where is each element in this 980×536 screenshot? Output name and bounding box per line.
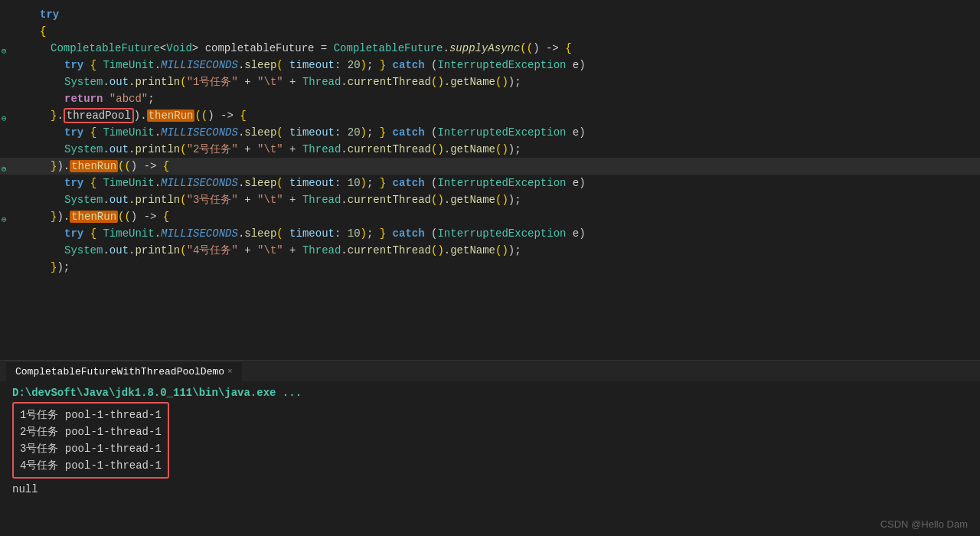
bottom-panel: CompletableFutureWithThreadPoolDemo × D:…: [0, 360, 980, 500]
method-thenrun-2: thenRun: [70, 160, 118, 172]
console-output-area: D:\devSoft\Java\jdk1.8.0_111\bin\java.ex…: [0, 382, 980, 500]
console-null-output: null: [12, 483, 968, 495]
console-path: D:\devSoft\Java\jdk1.8.0_111\bin\java.ex…: [12, 387, 968, 399]
code-line-12: System.out.println("3号任务" + "\t" + Threa…: [0, 191, 980, 208]
code-line-8: try { TimeUnit.MILLISECONDS.sleep( timeo…: [0, 124, 980, 141]
console-output-line-4: 4号任务 pool-1-thread-1: [20, 457, 162, 474]
code-line-1: try: [0, 6, 980, 23]
console-tab-bar: CompletableFutureWithThreadPoolDemo ×: [0, 361, 980, 382]
code-line-3: ⊖ CompletableFuture<Void> completableFut…: [0, 40, 980, 57]
keyword-catch-1: catch: [393, 59, 425, 71]
code-line-2: {: [0, 23, 980, 40]
code-line-9: System.out.println("2号任务" + "\t" + Threa…: [0, 141, 980, 158]
keyword-catch-4: catch: [393, 227, 425, 240]
console-tab-label: CompletableFutureWithThreadPoolDemo: [15, 366, 224, 377]
watermark: CSDN @Hello Dam: [880, 518, 968, 530]
code-line-7: ⊖ }.threadPool).thenRun(() -> {: [0, 107, 980, 124]
console-tab-close[interactable]: ×: [227, 367, 233, 376]
code-line-10: ⊖ }).thenRun(() -> {: [0, 158, 980, 175]
console-output-line-1: 1号任务 pool-1-thread-1: [20, 407, 162, 423]
code-line-13: ⊖ }).thenRun(() -> {: [0, 208, 980, 225]
keyword-try-1: try: [40, 8, 59, 21]
code-line-14: try { TimeUnit.MILLISECONDS.sleep( timeo…: [0, 225, 980, 242]
code-line-5: System.out.println("1号任务" + "\t" + Threa…: [0, 74, 980, 90]
method-thenrun-1: thenRun: [147, 109, 195, 122]
keyword-catch-2: catch: [393, 126, 425, 139]
code-line-4: try { TimeUnit.MILLISECONDS.sleep( timeo…: [0, 57, 980, 74]
console-output-line-2: 2号任务 pool-1-thread-1: [20, 423, 162, 440]
code-line-6: return "abcd";: [0, 90, 980, 107]
keyword-catch-3: catch: [393, 177, 425, 189]
console-tab[interactable]: CompletableFutureWithThreadPoolDemo ×: [6, 361, 242, 381]
console-output-box: 1号任务 pool-1-thread-1 2号任务 pool-1-thread-…: [12, 402, 169, 479]
code-line-15: System.out.println("4号任务" + "\t" + Threa…: [0, 242, 980, 259]
console-output-line-3: 3号任务 pool-1-thread-1: [20, 440, 162, 457]
editor-area: try { ⊖ CompletableFuture<Void> completa…: [0, 0, 980, 360]
code-line-16: });: [0, 259, 980, 276]
code-line-11: try { TimeUnit.MILLISECONDS.sleep( timeo…: [0, 175, 980, 191]
method-thenrun-3: thenRun: [70, 211, 118, 223]
